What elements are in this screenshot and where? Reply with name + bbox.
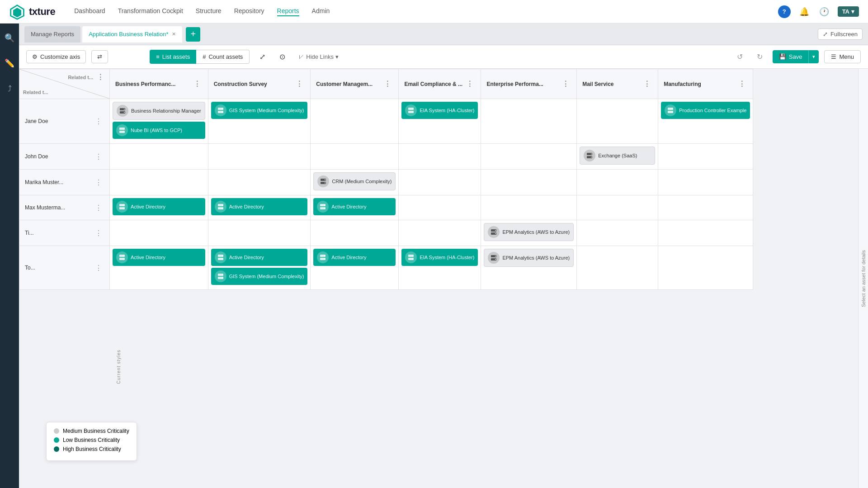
asset-card-icon — [117, 105, 128, 117]
tab-close-icon[interactable]: ✕ — [172, 31, 176, 37]
nav-transformation-cockpit[interactable]: Transformation Cockpit — [118, 7, 183, 16]
col-6-label: Manufacturing — [664, 81, 701, 87]
svg-point-41 — [324, 205, 325, 206]
tab-add-button[interactable]: + — [186, 27, 200, 42]
svg-point-21 — [672, 109, 673, 109]
row-more-icon[interactable]: ⋮ — [93, 229, 104, 237]
redo-btn[interactable]: ↻ — [753, 50, 767, 64]
cell-0-6: Production Controller Example — [658, 99, 753, 144]
svg-point-34 — [123, 208, 124, 209]
notification-icon-btn[interactable]: 🔔 — [798, 5, 811, 18]
asset-card[interactable]: EIA System (HA-Cluster) — [401, 102, 478, 119]
row-label: To... — [25, 265, 35, 271]
row-more-icon[interactable]: ⋮ — [93, 178, 104, 187]
row-header-4: Ti...⋮ — [19, 220, 110, 246]
tab-active-report[interactable]: Application Business Relation* ✕ — [82, 26, 182, 43]
asset-card[interactable]: Active Directory — [313, 198, 396, 215]
list-assets-btn[interactable]: ≡ List assets — [150, 50, 196, 64]
manage-reports-label: Manage Reports — [31, 31, 74, 38]
undo-btn[interactable]: ↺ — [733, 50, 747, 64]
list-icon: ≡ — [156, 53, 160, 60]
asset-card[interactable]: EPM Analytics (AWS to Azure) — [484, 223, 574, 241]
svg-point-42 — [324, 208, 325, 209]
asset-card-label: Nube BI (AWS to GCP) — [131, 127, 182, 133]
col-1-more[interactable]: ⋮ — [294, 80, 305, 88]
svg-point-69 — [495, 256, 496, 257]
save-dropdown-btn[interactable]: ▾ — [808, 50, 819, 63]
cell-1-4 — [481, 144, 577, 170]
col-4-more[interactable]: ⋮ — [560, 80, 571, 88]
asset-card[interactable]: Business Relationship Manager — [113, 102, 205, 120]
asset-card[interactable]: Active Directory — [113, 249, 205, 266]
sidebar-search-icon[interactable]: 🔍 — [2, 31, 17, 45]
row-more-icon[interactable]: ⋮ — [93, 117, 104, 126]
cell-3-4 — [481, 195, 577, 220]
cell-4-3 — [399, 220, 481, 246]
col-5-more[interactable]: ⋮ — [642, 80, 652, 88]
asset-card-icon — [584, 150, 595, 161]
cell-4-0 — [110, 220, 208, 246]
shuffle-btn[interactable]: ⇄ — [91, 50, 108, 63]
col-3-more[interactable]: ⋮ — [464, 80, 475, 88]
logo-icon — [9, 4, 25, 20]
fullscreen-btn[interactable]: ⤢ Fullscreen — [818, 28, 863, 40]
save-btn[interactable]: 💾 Save — [773, 50, 809, 63]
asset-card[interactable]: Active Directory — [211, 198, 308, 215]
fullscreen-icon: ⤢ — [823, 31, 828, 38]
help-icon-btn[interactable]: ? — [778, 5, 791, 18]
nav-repository[interactable]: Repository — [234, 7, 264, 16]
asset-card[interactable]: Exchange (SaaS) — [580, 147, 655, 165]
select-asset-label: Select an asset for details — [859, 248, 868, 309]
main-content: Manage Reports Application Business Rela… — [19, 24, 868, 488]
customize-axis-btn[interactable]: ⚙ Customize axis — [26, 50, 86, 63]
nav-admin[interactable]: Admin — [312, 7, 330, 16]
col-0-more[interactable]: ⋮ — [192, 80, 203, 88]
asset-card-label: GIS System (Medium Complexity) — [229, 107, 304, 114]
row-header-3: Max Musterma...⋮ — [19, 195, 110, 220]
corner-more-icon[interactable]: ⋮ — [95, 73, 106, 81]
asset-card[interactable]: GIS System (Medium Complexity) — [211, 102, 308, 119]
asset-card-label: Production Controller Example — [679, 107, 746, 114]
sidebar-share-icon[interactable]: ⤴ — [2, 81, 17, 96]
asset-card[interactable]: GIS System (Medium Complexity) — [211, 268, 308, 285]
asset-card[interactable]: Active Directory — [313, 249, 396, 266]
row-more-icon[interactable]: ⋮ — [93, 264, 104, 272]
count-assets-btn[interactable]: # Count assets — [196, 50, 250, 64]
asset-card[interactable]: Nube BI (AWS to GCP) — [113, 122, 205, 139]
asset-card[interactable]: Production Controller Example — [661, 102, 750, 119]
asset-card[interactable]: Active Directory — [211, 249, 308, 266]
legend-dot — [54, 437, 59, 443]
grid-area[interactable]: Select an asset for details Related t...… — [19, 69, 868, 488]
corner-row-label: Related t... — [68, 75, 93, 80]
table-row: John Doe⋮ Exchange (SaaS) — [19, 144, 753, 170]
col-2-label: Customer Managem... — [316, 81, 373, 87]
col-6-more[interactable]: ⋮ — [736, 80, 747, 88]
asset-card[interactable]: EPM Analytics (AWS to Azure) — [484, 249, 574, 267]
nav-structure[interactable]: Structure — [196, 7, 222, 16]
avatar-btn[interactable]: TA ▾ — [838, 6, 859, 17]
row-more-icon[interactable]: ⋮ — [93, 204, 104, 212]
nav-reports[interactable]: Reports — [277, 7, 299, 16]
history-icon-btn[interactable]: 🕐 — [818, 5, 830, 18]
row-more-icon[interactable]: ⋮ — [93, 152, 104, 161]
hide-links-btn[interactable]: ⩗ Hide Links ▾ — [295, 52, 342, 62]
svg-point-5 — [124, 109, 125, 110]
col-2-more[interactable]: ⋮ — [382, 80, 393, 88]
target-icon-btn[interactable]: ⊙ — [275, 50, 289, 64]
cell-2-5 — [577, 170, 658, 195]
asset-card[interactable]: EIA System (HA-Cluster) — [401, 249, 478, 266]
asset-card[interactable]: CRM (Medium Complexity) — [313, 172, 396, 190]
asset-card[interactable]: Active Directory — [113, 198, 205, 215]
col-header-5: Mail Service ⋮ — [577, 69, 658, 99]
sidebar-edit-icon[interactable]: ✏️ — [2, 56, 17, 71]
menu-btn[interactable]: ☰ Menu — [824, 50, 861, 63]
matrix-scroll-area[interactable]: Related t... ⋮ Related t... — [19, 69, 868, 488]
nav-dashboard[interactable]: Dashboard — [74, 7, 105, 16]
col-header-4: Enterprise Performa... ⋮ — [481, 69, 577, 99]
cell-2-6 — [658, 170, 753, 195]
col-5-label: Mail Service — [582, 81, 613, 87]
expand-icon-btn[interactable]: ⤢ — [255, 50, 269, 64]
tab-manage-reports[interactable]: Manage Reports — [24, 26, 80, 43]
cell-4-4: EPM Analytics (AWS to Azure) — [481, 220, 577, 246]
cell-4-2 — [311, 220, 399, 246]
